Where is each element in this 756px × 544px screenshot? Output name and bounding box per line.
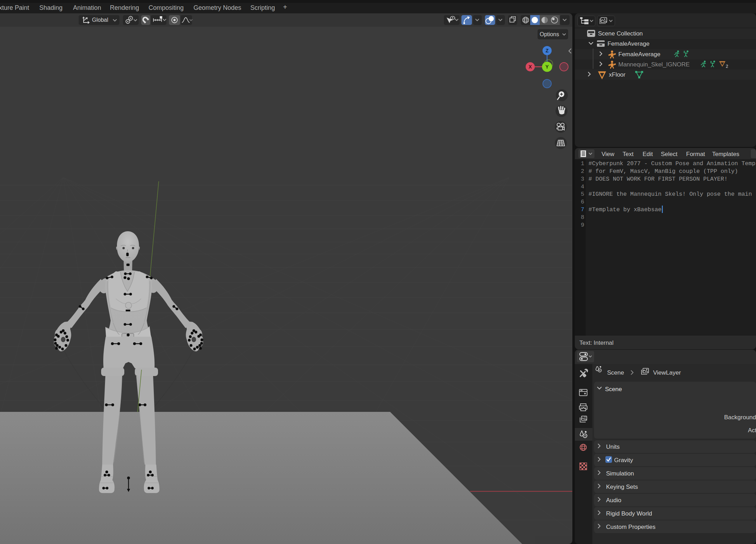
- svg-text:Keying Sets: Keying Sets: [606, 484, 638, 490]
- svg-text:Audio: Audio: [606, 497, 621, 504]
- svg-text:Templates: Templates: [712, 151, 739, 157]
- svg-text:# for FemV, MascV, ManBig coup: # for FemV, MascV, ManBig couple (TPP on…: [589, 168, 738, 175]
- svg-text:X: X: [528, 64, 532, 70]
- svg-text:Y: Y: [545, 64, 549, 70]
- svg-text:7: 7: [581, 206, 584, 213]
- svg-text:#Template by xBaebsae: #Template by xBaebsae: [589, 206, 662, 213]
- svg-text:Select: Select: [661, 151, 678, 157]
- svg-text:Format: Format: [686, 151, 705, 157]
- svg-text:Mannequin_Skel_IGNORE: Mannequin_Skel_IGNORE: [618, 61, 690, 68]
- svg-text:FemaleAverage: FemaleAverage: [618, 51, 660, 58]
- svg-text:4: 4: [581, 183, 584, 190]
- svg-text:3: 3: [581, 176, 584, 182]
- svg-text:8: 8: [581, 214, 584, 221]
- svg-text:FemaleAverage: FemaleAverage: [607, 40, 650, 47]
- svg-text:#IGNORE the Mannequin Skels! O: #IGNORE the Mannequin Skels! Only pose t…: [589, 191, 752, 197]
- svg-text:Text: Internal: Text: Internal: [579, 339, 613, 346]
- svg-text:ViewLayer: ViewLayer: [653, 369, 681, 376]
- svg-text:6: 6: [581, 199, 584, 205]
- svg-text:Z: Z: [546, 48, 549, 53]
- svg-text:Scene: Scene: [605, 386, 622, 393]
- svg-text:5: 5: [581, 191, 584, 197]
- svg-text:Scene: Scene: [607, 369, 624, 376]
- svg-text:Gravity: Gravity: [614, 457, 633, 464]
- svg-text:Edit: Edit: [643, 151, 653, 157]
- svg-text:#Cyberpunk 2077 - Custom Pose: #Cyberpunk 2077 - Custom Pose and Animat…: [589, 160, 755, 167]
- svg-text:Act: Act: [748, 427, 756, 434]
- svg-text:2: 2: [581, 168, 584, 175]
- svg-text:1: 1: [581, 160, 584, 167]
- svg-text:Units: Units: [606, 443, 620, 450]
- svg-text:Background: Background: [724, 414, 756, 421]
- svg-text:Simulation: Simulation: [606, 470, 634, 477]
- svg-text:xFloor: xFloor: [609, 71, 626, 78]
- svg-text:Rigid Body World: Rigid Body World: [606, 510, 652, 517]
- svg-text:Scene Collection: Scene Collection: [598, 30, 643, 37]
- svg-text:View: View: [601, 151, 614, 157]
- svg-text:Text: Text: [623, 151, 633, 157]
- svg-text:# DOES NOT WORK FOR FIRST PERS: # DOES NOT WORK FOR FIRST PERSON PLAYER!: [589, 176, 728, 182]
- svg-text:9: 9: [581, 222, 584, 228]
- svg-text:Global: Global: [92, 17, 108, 23]
- svg-text:Custom Properties: Custom Properties: [606, 524, 656, 530]
- svg-text:2: 2: [726, 64, 728, 69]
